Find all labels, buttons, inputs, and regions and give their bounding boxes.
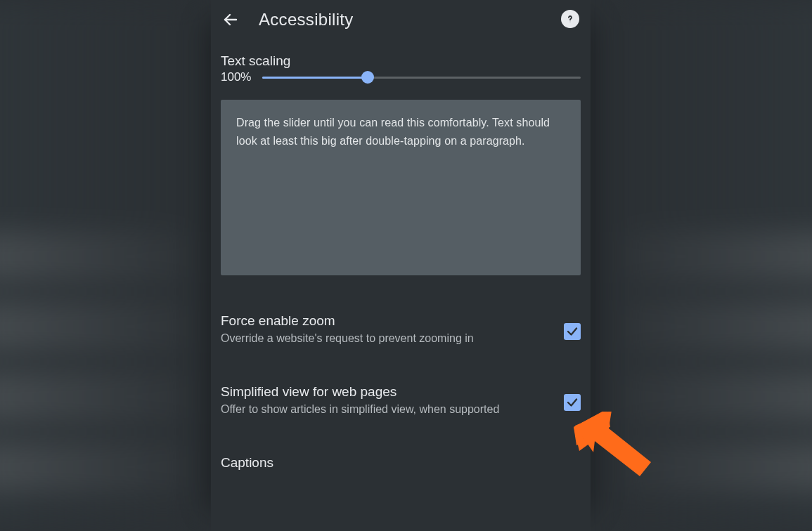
back-button[interactable] [222,11,239,28]
setting-subtitle: Offer to show articles in simplified vie… [221,401,553,417]
text-scaling-preview: Drag the slider until you can read this … [221,100,581,275]
text-scaling-label: Text scaling [221,53,581,69]
svg-point-1 [570,22,571,22]
captions-setting[interactable]: Captions [221,455,581,471]
slider-fill [262,77,367,79]
header: Accessibility [211,0,591,39]
page-title: Accessibility [259,10,354,29]
preview-text: Drag the slider until you can read this … [236,114,565,151]
simplified-view-checkbox[interactable] [564,394,581,411]
setting-subtitle: Override a website's request to prevent … [221,330,553,346]
force-enable-zoom-checkbox[interactable] [564,323,581,340]
text-scaling-slider[interactable] [262,70,581,84]
setting-title: Simplified view for web pages [221,384,553,400]
setting-title: Force enable zoom [221,313,553,329]
simplified-view-setting[interactable]: Simplified view for web pages Offer to s… [221,384,581,417]
text-scaling-value: 100% [221,70,251,84]
force-enable-zoom-setting[interactable]: Force enable zoom Override a website's r… [221,313,581,346]
help-button[interactable] [561,10,579,28]
slider-thumb[interactable] [361,71,374,84]
setting-title: Captions [221,455,581,471]
help-icon [565,13,576,25]
checkmark-icon [566,325,579,338]
text-scaling-row: 100% [221,70,581,84]
background-blur-left [0,0,190,531]
arrow-left-icon [222,11,239,28]
content: Text scaling 100% Drag the slider until … [211,39,591,531]
background-blur-right [622,0,812,531]
checkmark-icon [566,396,579,409]
accessibility-settings-panel: Accessibility Text scaling 100% Drag the… [211,0,591,531]
